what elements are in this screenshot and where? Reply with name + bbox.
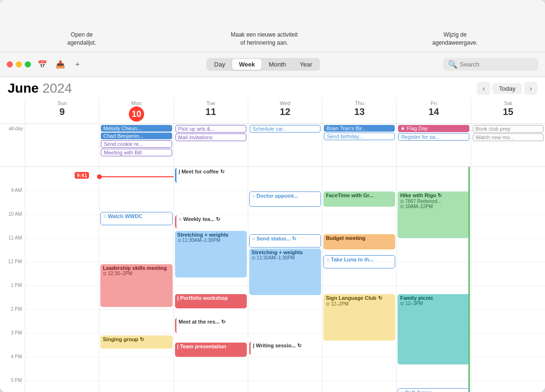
time-slot-2: 2 PM xyxy=(0,309,25,333)
list-item[interactable]: Singing group ↻ xyxy=(100,335,172,349)
annotations-bar: Open deagendalijst. Maak een nieuwe acti… xyxy=(0,0,545,52)
list-item[interactable]: Meet at the res... ↻ xyxy=(175,318,247,333)
time-slot-1: 1 PM xyxy=(0,286,25,309)
list-item[interactable]: Hike with Rigo ↻ ⊙ 7867 Redwood... ⊙ 10A… xyxy=(398,191,469,238)
list-item[interactable]: Send birthday... xyxy=(324,133,395,140)
month-year-title: June 2024 xyxy=(8,81,72,96)
list-item[interactable]: | Team presentation xyxy=(175,343,247,357)
day-header-wed: Wed12 xyxy=(248,98,322,124)
search-input[interactable] xyxy=(460,61,534,68)
allday-mon: Melody Cheun... Chad Benjamin... Send co… xyxy=(99,124,173,166)
list-item[interactable]: Brian Tran's Bir... xyxy=(324,125,395,132)
list-item[interactable]: Family picnic ⊙ 12–3PM xyxy=(398,294,469,364)
list-item[interactable]: FaceTime with Gr... xyxy=(323,191,395,207)
time-slot-3: 3 PM xyxy=(0,333,25,357)
view-tabs: Day Week Month Year xyxy=(206,58,320,71)
list-item[interactable]: | Writing sessio... ↻ xyxy=(249,342,321,355)
annotation-3: Wijzig deagendaweergave. xyxy=(432,31,477,47)
day-header-fri: Fri14 xyxy=(396,98,470,124)
time-slot-4: 4 PM xyxy=(0,357,25,381)
list-item[interactable]: Schedule car... xyxy=(250,125,321,133)
time-gutter-header xyxy=(0,98,25,124)
list-item[interactable]: ○ Weekly tea... ↻ xyxy=(175,215,247,229)
list-item[interactable]: Melody Cheun... xyxy=(101,125,172,132)
prev-button[interactable]: ‹ xyxy=(477,82,490,95)
day-header-sat: Sat15 xyxy=(471,98,545,124)
grid-sat xyxy=(471,167,545,392)
today-button[interactable]: Today xyxy=(492,83,522,94)
grid-tue: | Meet for coffee ↻ ○ Weekly tea... ↻ St… xyxy=(174,167,248,392)
tab-year[interactable]: Year xyxy=(293,59,319,70)
time-labels: 9 AM 10 AM 11 AM 12 PM 1 PM 2 PM 3 PM 4 … xyxy=(0,167,25,392)
inbox-icon[interactable]: 📥 xyxy=(54,59,67,70)
allday-thu: Brian Tran's Bir... Send birthday... xyxy=(322,124,396,166)
allday-sat: Book club prep Watch new mo... xyxy=(471,124,545,166)
allday-sun xyxy=(25,124,99,166)
cal-header: June 2024 ‹ Today › xyxy=(0,77,545,98)
time-slot-10: 10 AM xyxy=(0,214,25,238)
list-item[interactable]: Pick up arts &... xyxy=(175,125,246,133)
list-item[interactable]: Leadership skills meeting ⊙ 12:30–2PM xyxy=(100,264,172,307)
list-item[interactable]: Budget meeting xyxy=(323,234,395,249)
grid-mon: 9:41 ○ Watch WWDC Leadership skills meet… xyxy=(99,167,173,392)
search-icon: 🔍 xyxy=(448,60,457,69)
list-item[interactable]: Sign Language Club ↻ ⊙ 12–2PM xyxy=(323,294,395,341)
calendar-window: Open deagendalijst. Maak een nieuwe acti… xyxy=(0,0,545,392)
calendar-list-icon[interactable]: 📅 xyxy=(36,59,49,70)
list-item[interactable]: Register for sa... xyxy=(398,133,469,141)
list-item[interactable]: Chad Benjamin... xyxy=(101,133,172,139)
add-event-icon[interactable]: ＋ xyxy=(72,58,83,70)
list-item[interactable]: ○ Take Luna to th... xyxy=(323,255,395,268)
grid-fri: Hike with Rigo ↻ ⊙ 7867 Redwood... ⊙ 10A… xyxy=(396,167,470,392)
day-header-sun: Sun9 xyxy=(25,98,99,124)
day-header-tue: Tue11 xyxy=(174,98,248,124)
time-slot-9: 9 AM xyxy=(0,191,25,214)
annotation-1: Open deagendalijst. xyxy=(68,31,97,47)
list-item[interactable]: Book club prep xyxy=(473,125,544,133)
close-button[interactable] xyxy=(7,61,13,67)
grid-wed: ○ Doctor appoint... ○ Send status... ↻ S… xyxy=(248,167,322,392)
annotation-2: Maak een nieuwe activiteitof herinnering… xyxy=(231,31,298,47)
grid-sun xyxy=(25,167,99,392)
next-button[interactable]: › xyxy=(524,82,537,95)
list-item[interactable]: Meeting with Bill xyxy=(101,149,172,156)
tab-day[interactable]: Day xyxy=(207,59,232,70)
minimize-button[interactable] xyxy=(16,61,22,67)
day-header-thu: Thu13 xyxy=(322,98,396,124)
allday-tue: Pick up arts &... Mail invitations xyxy=(174,124,248,166)
list-item[interactable]: ○ Watch WWDC xyxy=(100,212,172,225)
list-item[interactable]: | Portfolio workshop xyxy=(175,294,247,308)
search-box[interactable]: 🔍 xyxy=(443,58,538,71)
list-item[interactable]: ○ Send status... ↻ xyxy=(249,234,321,248)
list-item[interactable]: | Meet for coffee ↻ xyxy=(175,168,247,183)
grid-thu: FaceTime with Gr... Budget meeting ○ Tak… xyxy=(322,167,396,392)
tab-month[interactable]: Month xyxy=(262,59,292,70)
day-header-mon: Mon10 xyxy=(99,98,173,124)
list-item[interactable]: Stretching + weights ⊙ 11:30AM–1:30PM xyxy=(175,231,247,277)
allday-wed: Schedule car... xyxy=(248,124,322,166)
list-item[interactable]: ○ Doctor appoint... xyxy=(249,191,321,207)
time-slot-5: 5 PM xyxy=(0,381,25,392)
time-grid: 9 AM 10 AM 11 AM 12 PM 1 PM 2 PM 3 PM 4 … xyxy=(0,167,545,392)
list-item[interactable]: ★ Flag Day xyxy=(398,125,469,132)
fullscreen-button[interactable] xyxy=(25,61,31,67)
allday-fri: ★ Flag Day Register for sa... xyxy=(396,124,470,166)
toolbar: 📅 📥 ＋ Day Week Month Year 🔍 xyxy=(0,52,545,77)
list-item[interactable]: ○ Call Jenny xyxy=(398,388,469,392)
list-item[interactable]: Watch new mo... xyxy=(473,134,544,141)
list-item[interactable]: Stretching + weights ⊙ 11:30AM–1:30PM xyxy=(249,249,321,295)
allday-label: all-day xyxy=(0,124,25,166)
tab-week[interactable]: Week xyxy=(232,59,262,70)
allday-row: all-day Melody Cheun... Chad Benjamin...… xyxy=(0,124,545,167)
day-headers: Sun9 Mon10 Tue11 Wed12 Thu13 Fri14 Sat15 xyxy=(0,98,545,124)
list-item[interactable]: Mail invitations xyxy=(175,134,246,141)
nav-arrows: ‹ Today › xyxy=(477,82,537,95)
list-item[interactable]: Send cookie re... xyxy=(101,140,172,148)
time-slot-11: 11 AM xyxy=(0,238,25,262)
time-slot-12: 12 PM xyxy=(0,262,25,286)
traffic-lights xyxy=(7,61,31,67)
